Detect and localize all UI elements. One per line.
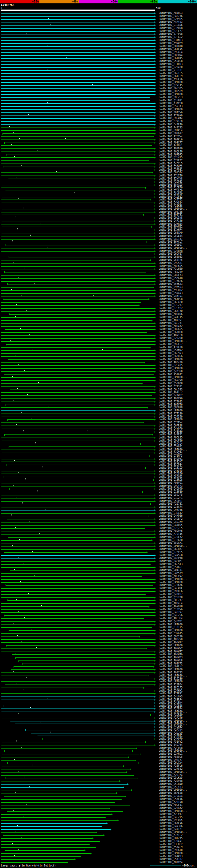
subject-label[interactable]: UniRef100_C7YIG9 — [159, 120, 196, 123]
subject-label[interactable]: UniRef100_A2FBA4 — [159, 707, 196, 710]
alignment-bar[interactable] — [1, 639, 155, 640]
alignment-row[interactable]: UniRef100_B1TU93 — [0, 63, 197, 66]
alignment-row[interactable]: UniRef100_Q2KNL1 — [0, 752, 197, 755]
alignment-row[interactable]: UniRef100_A7ATE2 — [0, 834, 197, 837]
alignment-bar[interactable] — [4, 434, 152, 435]
alignment-row[interactable]: UniRef100_UPI000... — [0, 623, 197, 626]
subject-label[interactable]: UniRef100_B7FLZ7 — [159, 30, 196, 33]
alignment-row[interactable]: UniRef100_A6MW12 — [0, 641, 197, 644]
alignment-row[interactable]: UniRef100_C4J0Q5 — [0, 524, 197, 527]
subject-label[interactable]: UniRef100_B6GS13 — [159, 563, 196, 566]
subject-label[interactable]: UniRef100_A8Q9H6 — [159, 530, 196, 532]
alignment-bar[interactable] — [1, 88, 155, 89]
alignment-bar[interactable] — [1, 805, 129, 805]
subject-label[interactable]: UniRef100_Q0JBY8 — [159, 45, 196, 48]
alignment-bar[interactable] — [1, 91, 155, 92]
alignment-row[interactable]: UniRef100_B6TIP9 — [0, 75, 197, 78]
alignment-bar[interactable] — [1, 582, 155, 583]
alignment-row[interactable]: UniRef100_Q4QBP2 — [0, 518, 197, 521]
alignment-bar[interactable] — [1, 76, 155, 77]
alignment-bar[interactable] — [1, 209, 155, 209]
alignment-bar[interactable] — [1, 121, 155, 122]
alignment-row[interactable]: UniRef100_UPI000... — [0, 93, 197, 96]
subject-label[interactable]: UniRef100_UPI000... — [159, 81, 196, 84]
alignment-bar[interactable] — [1, 52, 155, 53]
alignment-row[interactable]: UniRef100_UPI000... — [0, 367, 197, 370]
alignment-bar[interactable] — [10, 390, 155, 390]
alignment-row[interactable]: UniRef100_Q9UF26 — [0, 439, 197, 442]
alignment-row[interactable]: UniRef100_UPI000... — [0, 409, 197, 412]
alignment-row[interactable]: UniRef100_UPI000... — [0, 831, 197, 834]
subject-label[interactable]: UniRef100_UPI000... — [159, 629, 196, 632]
alignment-row[interactable]: UniRef100_A7UT45 — [0, 533, 197, 536]
subject-label[interactable]: UniRef100_C5KLJ6 — [159, 798, 196, 801]
alignment-row[interactable]: UniRef100_UPI000... — [0, 668, 197, 671]
alignment-row[interactable]: UniRef100_Q2X9Q5 — [0, 18, 197, 21]
alignment-bar[interactable] — [3, 706, 155, 706]
alignment-bar[interactable] — [1, 49, 155, 50]
subject-label[interactable]: UniRef100_P16181 — [159, 69, 196, 72]
subject-label[interactable]: UniRef100_Q9BI77 — [159, 759, 196, 762]
subject-label[interactable]: UniRef100_A9PC56 — [159, 78, 196, 81]
subject-label[interactable]: UniRef100_Q2U208 — [159, 596, 196, 599]
subject-label[interactable]: UniRef100_A2DJZ4 — [159, 774, 196, 777]
alignment-bar[interactable] — [1, 501, 155, 502]
subject-label[interactable]: UniRef100_B2WRJ4 — [159, 223, 196, 225]
alignment-row[interactable]: UniRef100_A9GH92 — [0, 289, 197, 292]
alignment-bar[interactable] — [1, 251, 155, 252]
alignment-row[interactable]: UniRef100_C5GWC3 — [0, 165, 197, 168]
subject-label[interactable]: UniRef100_A2E9B8 — [159, 780, 196, 782]
alignment-bar[interactable] — [1, 781, 120, 781]
alignment-row[interactable]: UniRef100_C9ZIW6 — [0, 509, 197, 512]
alignment-bar[interactable] — [7, 230, 155, 230]
subject-label[interactable]: UniRef100_C5OPH1 — [159, 500, 196, 502]
alignment-bar[interactable] — [1, 413, 155, 414]
alignment-bar[interactable] — [1, 25, 155, 26]
subject-label[interactable]: UniRef100_A0GVV2 — [159, 575, 196, 578]
alignment-bar[interactable] — [1, 459, 155, 459]
alignment-bar[interactable] — [1, 802, 114, 803]
subject-label[interactable]: UniRef100_UPI000... — [159, 581, 196, 584]
subject-label[interactable]: UniRef100_UPI000... — [159, 668, 196, 671]
alignment-row[interactable]: UniRef100_UPI000... — [0, 629, 197, 632]
alignment-row[interactable]: UniRef100_B9WM22 — [0, 225, 197, 228]
alignment-row[interactable]: UniRef100_Q4DXU7 — [0, 593, 197, 596]
subject-label[interactable]: UniRef100_O44N12 — [159, 734, 196, 737]
alignment-bar[interactable] — [1, 594, 145, 595]
alignment-bar[interactable] — [1, 31, 155, 32]
subject-label[interactable]: UniRef100_Q0U3N8 — [159, 216, 196, 219]
alignment-row[interactable]: UniRef100_B6KP83 — [0, 855, 197, 858]
alignment-row[interactable]: UniRef100_Q06DG7 — [0, 244, 197, 247]
subject-label[interactable]: UniRef100_A6MW77 — [159, 650, 196, 653]
alignment-row[interactable]: UniRef100_UPI000... — [0, 749, 197, 752]
alignment-row[interactable]: UniRef100_B0ITB1 — [0, 213, 197, 216]
subject-label[interactable]: UniRef100_A7UT45 — [159, 533, 196, 535]
alignment-row[interactable]: UniRef100_Q05766 — [0, 211, 197, 214]
subject-label[interactable]: UniRef100_UPI000... — [159, 545, 196, 548]
alignment-bar[interactable] — [1, 633, 155, 634]
alignment-row[interactable]: UniRef100_Q4G157 — [0, 238, 197, 241]
subject-label[interactable]: UniRef100_B7FYB2 — [159, 307, 196, 310]
alignment-row[interactable]: UniRef100_C5K1R7 — [0, 858, 197, 861]
subject-label[interactable]: UniRef100_B4Q7W4 — [159, 744, 196, 746]
subject-label[interactable]: UniRef100_Q5MG18 — [159, 277, 196, 280]
alignment-row[interactable]: UniRef100_UPI000... — [0, 788, 197, 792]
subject-label[interactable]: UniRef100_Q4N3D6 — [159, 825, 196, 828]
subject-label[interactable]: UniRef100_Q4DXU7 — [159, 593, 196, 596]
alignment-bar[interactable] — [6, 645, 155, 646]
alignment-bar[interactable] — [1, 106, 155, 107]
alignment-row[interactable]: UniRef100_B9RG77 — [0, 132, 197, 135]
subject-label[interactable]: UniRef100_UPI000... — [159, 623, 196, 626]
alignment-bar[interactable] — [1, 263, 155, 264]
alignment-row[interactable]: UniRef100_A2DS56 — [0, 472, 197, 475]
alignment-bar[interactable] — [1, 444, 140, 444]
subject-label[interactable]: UniRef100_Q7ULC9 — [159, 189, 196, 192]
subject-label[interactable]: UniRef100_Q95F67 — [159, 343, 196, 346]
subject-label[interactable]: UniRef100_A2DS56 — [159, 472, 196, 475]
alignment-bar[interactable] — [1, 113, 155, 113]
alignment-bar[interactable] — [1, 233, 155, 234]
alignment-bar[interactable] — [1, 239, 155, 240]
subject-label[interactable]: UniRef100_C8VF99 — [159, 192, 196, 195]
alignment-bar[interactable] — [1, 341, 155, 342]
alignment-bar[interactable] — [9, 489, 155, 489]
